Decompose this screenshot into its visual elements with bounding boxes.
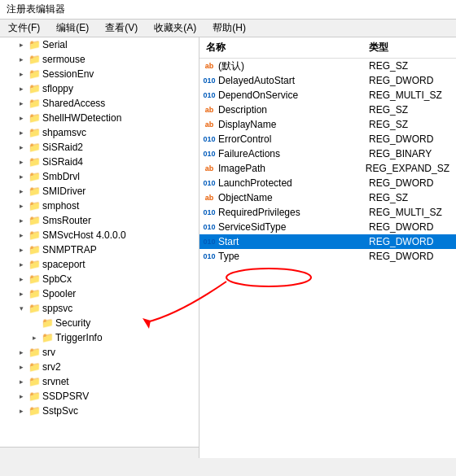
folder-icon-sppsvc: 📁 [28,303,41,314]
tree-label-TriggerInfo: TriggerInfo [55,332,103,343]
expand-btn-SiSRaid4[interactable]: ▸ [16,157,26,167]
col-type-header: 类型 [362,39,456,56]
tree-item-sppsvc[interactable]: ▾📁sppsvc [0,301,199,316]
folder-icon-sfloppy: 📁 [28,83,41,94]
tree-item-SNMPTRAP[interactable]: ▸📁SNMPTRAP [0,242,199,257]
detail-row-ObjectName[interactable]: abObjectNameREG_SZ [200,190,456,205]
detail-name-text-DisplayName: DisplayName [218,119,276,130]
reg-icon-ImagePath: ab [203,163,216,174]
folder-icon-srv2: 📁 [28,361,41,373]
expand-btn-Serial[interactable]: ▸ [16,40,26,50]
detail-row-default[interactable]: ab(默认)REG_SZ [200,59,456,73]
tree-item-SSDPSRV[interactable]: ▸📁SSDPSRV [0,389,199,404]
expand-btn-SpbCx[interactable]: ▸ [16,274,26,284]
tree-item-SmsRouter[interactable]: ▸📁SmsRouter [0,213,199,228]
tree-item-Spooler[interactable]: ▸📁Spooler [0,286,199,301]
folder-icon-SNMPTRAP: 📁 [28,244,41,255]
tree-label-spaceport: spaceport [42,259,86,270]
expand-btn-Spooler[interactable]: ▸ [16,289,26,299]
tree-item-SMSvcHost4000[interactable]: ▸📁SMSvcHost 4.0.0.0 [0,228,199,242]
tree-item-Security[interactable]: 📁Security [0,316,199,330]
expand-btn-shpamsvc[interactable]: ▸ [16,128,26,138]
detail-name-Start: 010Start [200,236,362,247]
expand-btn-SiSRaid2[interactable]: ▸ [16,142,26,152]
tree-item-Serial[interactable]: ▸📁Serial [0,37,199,52]
tree-item-shpamsvc[interactable]: ▸📁shpamsvc [0,125,199,140]
detail-row-ErrorControl[interactable]: 010ErrorControlREG_DWORD [200,132,456,146]
detail-row-Description[interactable]: abDescriptionREG_SZ [200,103,456,117]
expand-btn-sermouse[interactable]: ▸ [16,55,26,64]
tree-item-SmbDrvl[interactable]: ▸📁SmbDrvl [0,169,199,184]
expand-btn-smphost[interactable]: ▸ [16,201,26,211]
detail-name-DelayedAutoStart: 010DelayedAutoStart [200,75,362,86]
detail-content[interactable]: ab(默认)REG_SZ010DelayedAutoStartREG_DWORD… [200,59,456,458]
tree-item-TriggerInfo[interactable]: ▸📁TriggerInfo [0,330,199,345]
tree-item-SMIDriver[interactable]: ▸📁SMIDriver [0,184,199,199]
tree-item-SpbCx[interactable]: ▸📁SpbCx [0,272,199,286]
menu-item-V[interactable]: 查看(V) [100,20,142,37]
tree-item-spaceport[interactable]: ▸📁spaceport [0,257,199,272]
detail-type-DisplayName: REG_SZ [362,119,456,130]
expand-btn-SMSvcHost4000[interactable]: ▸ [16,230,26,240]
detail-row-FailureActions[interactable]: 010FailureActionsREG_BINARY [200,146,456,161]
detail-row-DelayedAutoStart[interactable]: 010DelayedAutoStartREG_DWORD [200,73,456,88]
tree-item-sermouse[interactable]: ▸📁sermouse [0,52,199,67]
detail-type-Description: REG_SZ [362,104,456,116]
tree-label-Spooler: Spooler [42,288,76,299]
tree-label-sfloppy: sfloppy [42,83,73,94]
folder-icon-ShellHWDetection: 📁 [28,112,41,124]
menu-item-A[interactable]: 收藏夹(A) [149,20,201,37]
menu-item-H[interactable]: 帮助(H) [208,20,251,37]
menu-item-E[interactable]: 编辑(E) [51,20,94,37]
expand-btn-SmbDrvl[interactable]: ▸ [16,172,26,181]
detail-row-ServiceSidType[interactable]: 010ServiceSidTypeREG_DWORD [200,220,456,234]
tree-item-SiSRaid4[interactable]: ▸📁SiSRaid4 [0,155,199,169]
tree-item-sfloppy[interactable]: ▸📁sfloppy [0,81,199,96]
detail-name-text-FailureActions: FailureActions [218,148,280,159]
expand-btn-srvnet[interactable]: ▸ [16,377,26,386]
expand-btn-SessionEnv[interactable]: ▸ [16,69,26,79]
tree-item-SharedAccess[interactable]: ▸📁SharedAccess [0,96,199,111]
detail-row-DisplayName[interactable]: abDisplayNameREG_SZ [200,117,456,132]
detail-row-LaunchProtected[interactable]: 010LaunchProtectedREG_DWORD [200,176,456,190]
expand-btn-SharedAccess[interactable]: ▸ [16,98,26,108]
tree-item-smphost[interactable]: ▸📁smphost [0,199,199,213]
ab-icon: ab [205,106,214,114]
expand-btn-SSDPSRV[interactable]: ▸ [16,391,26,401]
expand-btn-TriggerInfo[interactable]: ▸ [29,333,39,343]
detail-row-DependOnService[interactable]: 010DependOnServiceREG_MULTI_SZ [200,88,456,103]
detail-row-Type[interactable]: 010TypeREG_DWORD [200,249,456,264]
expand-btn-SMIDriver[interactable]: ▸ [16,186,26,196]
detail-type-DependOnService: REG_MULTI_SZ [362,90,456,101]
tree-label-srv2: srv2 [42,361,61,373]
detail-name-text-LaunchProtected: LaunchProtected [218,177,292,189]
tree-item-SiSRaid2[interactable]: ▸📁SiSRaid2 [0,140,199,155]
detail-type-default: REG_SZ [362,60,456,72]
tree-item-srv2[interactable]: ▸📁srv2 [0,360,199,374]
collapse-btn-sppsvc[interactable]: ▾ [16,304,26,313]
expand-btn-SmsRouter[interactable]: ▸ [16,216,26,225]
expand-btn-sfloppy[interactable]: ▸ [16,84,26,94]
detail-header: 名称 类型 [200,37,456,59]
tree-hscroll[interactable] [0,447,199,458]
expand-btn-SNMPTRAP[interactable]: ▸ [16,245,26,255]
tree-content[interactable]: ▸📁Serial▸📁sermouse▸📁SessionEnv▸📁sfloppy▸… [0,37,199,447]
detail-row-ImagePath[interactable]: abImagePathREG_EXPAND_SZ [200,161,456,176]
expand-btn-srv[interactable]: ▸ [16,347,26,357]
tree-item-ShellHWDetection[interactable]: ▸📁ShellHWDetection [0,111,199,125]
folder-icon-SiSRaid2: 📁 [28,142,41,153]
folder-icon-Serial: 📁 [28,39,41,50]
tree-item-srv[interactable]: ▸📁srv [0,345,199,360]
tree-item-SstpSvc[interactable]: ▸📁SstpSvc [0,404,199,418]
detail-name-DisplayName: abDisplayName [200,119,362,130]
expand-btn-srv2[interactable]: ▸ [16,362,26,372]
expand-btn-ShellHWDetection[interactable]: ▸ [16,113,26,123]
main-area: ▸📁Serial▸📁sermouse▸📁SessionEnv▸📁sfloppy▸… [0,37,456,458]
tree-item-srvnet[interactable]: ▸📁srvnet [0,374,199,389]
expand-btn-spaceport[interactable]: ▸ [16,260,26,269]
menu-item-F[interactable]: 文件(F) [3,20,45,37]
detail-row-RequiredPrivileges[interactable]: 010RequiredPrivilegesREG_MULTI_SZ [200,205,456,220]
expand-btn-SstpSvc[interactable]: ▸ [16,406,26,416]
detail-row-Start[interactable]: 010StartREG_DWORD [200,234,456,249]
tree-item-SessionEnv[interactable]: ▸📁SessionEnv [0,67,199,81]
